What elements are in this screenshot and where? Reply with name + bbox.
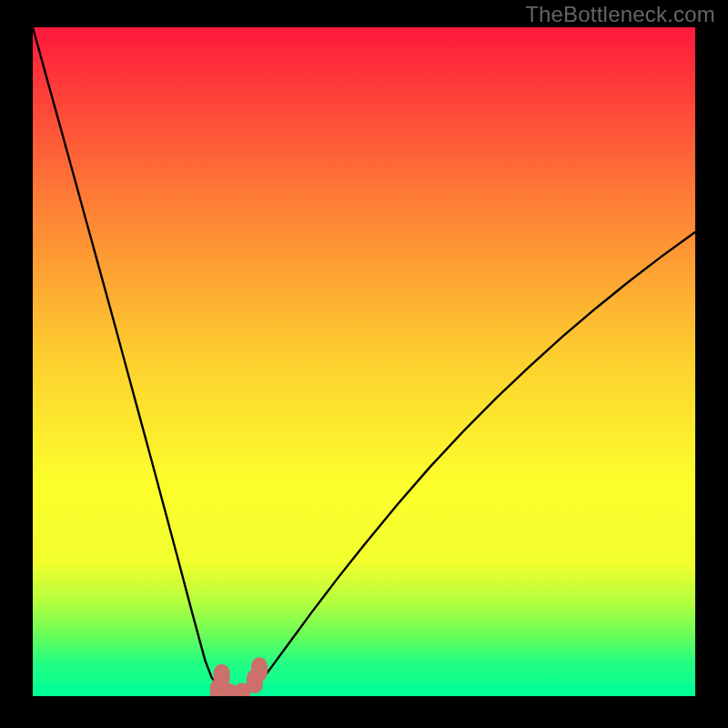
- marker-dot: [251, 658, 268, 682]
- watermark-text: TheBottleneck.com: [525, 2, 715, 27]
- green-floor: [33, 684, 695, 696]
- gradient-background: [33, 27, 695, 696]
- chart-frame: { "watermark": "TheBottleneck.com", "col…: [0, 0, 728, 728]
- bottleneck-chart: [0, 0, 728, 728]
